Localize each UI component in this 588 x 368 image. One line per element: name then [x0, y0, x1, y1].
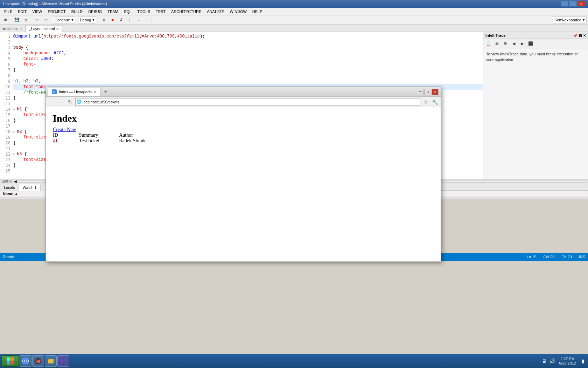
- window-title: Hexapoda (Running) - Microsoft Visual St…: [3, 2, 561, 6]
- toolbar-step-into[interactable]: ↓: [125, 16, 133, 23]
- toolbar-pause[interactable]: ⏸: [100, 16, 108, 23]
- title-bar: Hexapoda (Running) - Microsoft Visual St…: [0, 0, 588, 8]
- code-line-7: }: [13, 67, 483, 73]
- browser-tab-close[interactable]: ✕: [94, 90, 97, 94]
- tab-locals[interactable]: Locals: [0, 184, 19, 191]
- show-desktop[interactable]: ▮: [580, 357, 587, 364]
- address-input[interactable]: [75, 98, 420, 106]
- tab-watch1[interactable]: Watch 1: [19, 184, 41, 191]
- it-expand-btn[interactable]: ⬛: [527, 40, 534, 47]
- toolbar-save-all[interactable]: 🗂: [21, 16, 29, 23]
- layout-dropdown[interactable]: Semi-expanded ▾: [553, 16, 587, 23]
- code-line-9: h1, h2, h3,: [13, 79, 483, 84]
- menu-project[interactable]: PROJECT: [45, 8, 68, 15]
- browser-titlebar: H Index — Hexapoda ✕ + ─ □ ✕: [46, 87, 441, 97]
- taskbar-explorer[interactable]: [45, 355, 57, 367]
- svg-marker-11: [61, 359, 64, 363]
- tools-button[interactable]: 🔧: [431, 98, 439, 106]
- menu-team[interactable]: TEAM: [105, 8, 121, 15]
- browser-minimize[interactable]: ─: [417, 89, 424, 95]
- continue-arrow: ▾: [71, 18, 74, 22]
- svg-point-6: [24, 360, 27, 362]
- it-settings-btn[interactable]: ⚙: [502, 40, 509, 47]
- back-button[interactable]: ←: [48, 98, 56, 106]
- reload-button[interactable]: ↻: [66, 98, 74, 106]
- intellitrace-message: To view IntelliTrace data, you must brea…: [486, 51, 585, 63]
- minimize-button[interactable]: ─: [561, 1, 568, 7]
- it-forward-btn[interactable]: ▶: [518, 40, 526, 47]
- menu-tools[interactable]: TOOLS: [134, 8, 153, 15]
- toolbar-restart[interactable]: ↺: [117, 16, 125, 23]
- bookmark-button[interactable]: ☆: [422, 98, 429, 106]
- browser-tab-title: Index — Hexapoda: [59, 90, 92, 94]
- code-line-4: background: #fff;: [13, 50, 483, 56]
- it-back-btn[interactable]: ◀: [510, 40, 518, 47]
- float-button[interactable]: ⊟: [579, 34, 582, 38]
- ticket-author: Radek Slupik: [119, 138, 154, 144]
- scroll-left-btn[interactable]: ◀: [14, 179, 17, 183]
- taskbar: 🐙 🖥 🔊 2:27 PM 6/29/2012 ▮: [0, 354, 588, 368]
- separator-1: [11, 17, 11, 23]
- window-controls: ─ □ ✕: [561, 1, 585, 7]
- locals-tab-label: Locals: [4, 185, 15, 190]
- create-new-link[interactable]: Create New: [53, 127, 76, 132]
- menu-window[interactable]: WINDOW: [227, 8, 250, 15]
- tab-main-css-close[interactable]: ✕: [20, 27, 22, 30]
- name-sort-icon[interactable]: ▲: [14, 192, 18, 196]
- menu-build[interactable]: BUILD: [69, 8, 85, 15]
- menu-view[interactable]: VIEW: [29, 8, 45, 15]
- menu-architecture[interactable]: ARCHITECTURE: [168, 8, 204, 15]
- it-categories-btn[interactable]: ☰: [493, 40, 501, 47]
- tab-layout-cshtml[interactable]: _Layout.cshtml ✕: [26, 25, 62, 32]
- clock-date: 6/29/2012: [559, 361, 576, 365]
- svg-rect-12: [65, 359, 66, 363]
- browser-close[interactable]: ✕: [432, 89, 439, 95]
- close-button[interactable]: ✕: [578, 1, 585, 7]
- forward-button[interactable]: →: [57, 98, 65, 106]
- svg-rect-10: [48, 359, 50, 360]
- svg-rect-2: [7, 361, 10, 364]
- close-intellitrace-button[interactable]: ✕: [583, 34, 586, 38]
- debug-dropdown[interactable]: Debug ▾: [78, 16, 96, 23]
- browser-tabs: H Index — Hexapoda ✕ +: [48, 88, 415, 96]
- menu-test[interactable]: TEST: [153, 8, 168, 15]
- pin-button[interactable]: 📌: [573, 34, 578, 38]
- start-button[interactable]: [1, 355, 19, 367]
- col-author: Author: [119, 132, 154, 138]
- tray-volume[interactable]: 🔊: [548, 357, 555, 364]
- continue-dropdown[interactable]: Continue ▾: [53, 16, 75, 23]
- ticket-id-link[interactable]: #1: [53, 138, 58, 143]
- toolbar-undo[interactable]: ↩: [33, 16, 41, 23]
- toolbar-step-over[interactable]: →: [134, 16, 141, 23]
- menu-debug[interactable]: DEBUG: [85, 8, 105, 15]
- menu-edit[interactable]: EDIT: [15, 8, 29, 15]
- new-tab-button[interactable]: +: [100, 88, 111, 96]
- toolbar-save[interactable]: 💾: [13, 16, 21, 23]
- toolbar-new[interactable]: ⊕: [1, 16, 9, 23]
- intellitrace-header: IntelliTrace 📌 ⊟ ✕: [483, 32, 588, 39]
- browser-tab-active[interactable]: H Index — Hexapoda ✕: [48, 88, 100, 96]
- taskbar-github[interactable]: 🐙: [32, 355, 44, 367]
- menu-sql[interactable]: SQL: [121, 8, 134, 15]
- menu-analyze[interactable]: ANALYZE: [204, 8, 227, 15]
- table-row: #1 Test ticket Radek Slupik: [53, 138, 154, 144]
- tray-network[interactable]: 🖥: [541, 357, 548, 364]
- menu-help[interactable]: HELP: [250, 8, 265, 15]
- browser-restore[interactable]: □: [424, 89, 431, 95]
- it-events-btn[interactable]: 📋: [485, 40, 492, 47]
- line-numbers: 12345 678910 1112131415 1617181920 21222…: [0, 32, 11, 175]
- tab-main-css-label: main.css: [3, 27, 18, 31]
- tab-layout-close[interactable]: ✕: [56, 27, 59, 31]
- code-line-3: body {: [13, 45, 483, 50]
- taskbar-chrome[interactable]: [20, 355, 31, 367]
- menu-bar: FILE EDIT VIEW PROJECT BUILD DEBUG TEAM …: [0, 8, 588, 15]
- intellitrace-content: To view IntelliTrace data, you must brea…: [483, 48, 588, 66]
- svg-rect-0: [7, 357, 10, 361]
- menu-file[interactable]: FILE: [1, 8, 15, 15]
- toolbar-redo[interactable]: ↪: [41, 16, 49, 23]
- taskbar-vs[interactable]: [57, 355, 69, 367]
- toolbar-step-out[interactable]: ↑: [142, 16, 150, 23]
- tab-main-css[interactable]: main.css ✕: [0, 25, 26, 32]
- restore-button[interactable]: □: [569, 1, 577, 7]
- toolbar-stop[interactable]: ■: [108, 16, 116, 23]
